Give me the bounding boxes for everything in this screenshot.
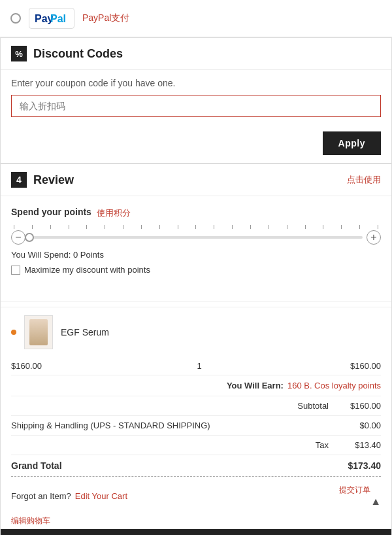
shipping-value: $0.00 bbox=[359, 421, 381, 430]
spend-points-title: Spend your points bbox=[11, 207, 91, 217]
percent-badge: % bbox=[11, 46, 27, 61]
tick bbox=[378, 225, 378, 229]
slider-minus-button[interactable]: − bbox=[11, 230, 25, 245]
review-body: Spend your points 使用积分 bbox=[1, 196, 391, 296]
tick bbox=[123, 225, 123, 229]
tick bbox=[214, 225, 214, 229]
product-name: EGF Serum bbox=[61, 327, 109, 337]
review-section: 4 Review 点击使用 Spend your points 使用积分 bbox=[0, 164, 392, 535]
tick bbox=[178, 225, 178, 229]
product-row: EGF Serum bbox=[1, 307, 391, 357]
paypal-label: PayPal支付 bbox=[82, 12, 129, 24]
up-arrow-icon: ▲ bbox=[370, 496, 381, 508]
tax-row: Tax $13.40 bbox=[11, 436, 381, 455]
tick bbox=[14, 225, 14, 229]
tax-value: $13.40 bbox=[329, 440, 381, 450]
points-slider-container: − + bbox=[11, 230, 381, 245]
forgot-item-label: Forgot an Item? bbox=[11, 491, 71, 501]
tick bbox=[323, 225, 323, 229]
apply-btn-row: Apply bbox=[1, 131, 391, 163]
discount-header: % Discount Codes bbox=[1, 38, 391, 70]
review-title: Review bbox=[33, 173, 74, 187]
shipping-label: Shipping & Handling (UPS - STANDARD SHIP… bbox=[11, 421, 210, 430]
tick bbox=[305, 225, 306, 229]
review-section-number: 4 bbox=[11, 172, 27, 188]
tick bbox=[359, 225, 360, 229]
order-summary: $160.00 1 $160.00 You Will Earn: 160 B. … bbox=[1, 357, 391, 477]
edit-cart-hint: 编辑购物车 bbox=[1, 515, 391, 529]
maximize-label: Maximize my discount with points bbox=[24, 265, 150, 275]
tick bbox=[141, 225, 142, 229]
subtotal-value: $160.00 bbox=[329, 401, 381, 411]
grand-total-label: Grand Total bbox=[11, 460, 62, 471]
subtotal-row: Subtotal $160.00 bbox=[11, 396, 381, 416]
review-header: 4 Review 点击使用 bbox=[1, 164, 391, 196]
earn-row: You Will Earn: 160 B. Cos loyalty points bbox=[11, 375, 381, 396]
tick bbox=[32, 225, 33, 229]
submit-hint: 提交订单 bbox=[339, 485, 370, 496]
paypal-radio[interactable] bbox=[10, 13, 21, 24]
discount-section: % Discount Codes Enter your coupon code … bbox=[0, 37, 392, 164]
earn-label: You Will Earn: bbox=[227, 381, 284, 390]
shipping-row: Shipping & Handling (UPS - STANDARD SHIP… bbox=[11, 416, 381, 436]
tick bbox=[287, 225, 287, 229]
tick bbox=[341, 225, 342, 229]
product-image bbox=[24, 315, 53, 349]
points-section: Spend your points 使用积分 bbox=[11, 207, 381, 275]
grand-total-value: $173.40 bbox=[348, 460, 381, 471]
footer: Forgot an Item? Edit Your Cart 提交订单 ▲ bbox=[1, 477, 391, 515]
discount-title: Discount Codes bbox=[33, 47, 123, 61]
coupon-input-row bbox=[11, 95, 381, 117]
use-points-link[interactable]: 点击使用 bbox=[347, 174, 381, 186]
edit-cart-link[interactable]: Edit Your Cart bbox=[75, 491, 127, 501]
discount-hint: Enter your coupon code if you have one. bbox=[11, 78, 381, 88]
tick bbox=[195, 225, 196, 229]
tick bbox=[159, 225, 160, 229]
you-will-spend-text: You Will Spend: 0 Points bbox=[11, 250, 381, 260]
coupon-input[interactable] bbox=[11, 95, 381, 117]
points-slider-track[interactable] bbox=[29, 236, 363, 239]
apply-button[interactable]: Apply bbox=[323, 131, 381, 155]
discount-body: Enter your coupon code if you have one. bbox=[1, 70, 391, 131]
product-qty-col: 1 bbox=[76, 361, 322, 371]
paypal-row: Pay Pal PayPal支付 bbox=[0, 0, 392, 37]
footer-right: 提交订单 ▲ bbox=[339, 485, 381, 508]
tick bbox=[50, 225, 51, 229]
slider-thumb[interactable] bbox=[25, 233, 34, 242]
use-points-label: 使用积分 bbox=[97, 207, 131, 219]
review-header-left: 4 Review bbox=[11, 172, 74, 188]
product-total-col: $160.00 bbox=[322, 361, 381, 371]
product-price-row: $160.00 1 $160.00 bbox=[11, 357, 381, 375]
maximize-checkbox[interactable] bbox=[11, 266, 20, 275]
tick-marks bbox=[11, 225, 381, 229]
maximize-row: Maximize my discount with points bbox=[11, 265, 381, 275]
earn-value: 160 B. Cos loyalty points bbox=[287, 381, 381, 390]
tax-label: Tax bbox=[11, 440, 329, 450]
divider bbox=[1, 301, 391, 302]
svg-text:Pal: Pal bbox=[50, 13, 66, 24]
tick bbox=[232, 225, 233, 229]
subtotal-label: Subtotal bbox=[11, 401, 329, 411]
paypal-logo: Pay Pal bbox=[29, 8, 74, 29]
product-price-col: $160.00 bbox=[11, 361, 76, 371]
tick bbox=[250, 225, 251, 229]
tick bbox=[69, 225, 69, 229]
grand-total-row: Grand Total $173.40 bbox=[11, 455, 381, 477]
tick bbox=[105, 225, 105, 229]
slider-plus-button[interactable]: + bbox=[367, 230, 381, 245]
product-image-inner bbox=[29, 319, 48, 345]
tick bbox=[269, 225, 269, 229]
product-status-dot bbox=[11, 330, 16, 335]
tick bbox=[86, 225, 87, 229]
place-order-container: Place Order bbox=[1, 529, 391, 535]
place-order-button[interactable]: Place Order bbox=[1, 529, 391, 535]
